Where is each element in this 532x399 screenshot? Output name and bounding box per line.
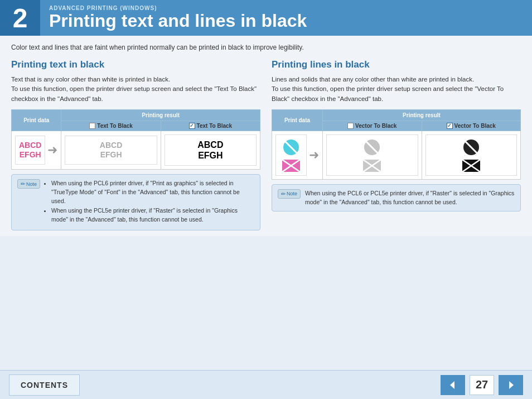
left-print-table: Print data Printing result Text To Black: [11, 109, 260, 170]
left-note-bullet-2: When using the PCL5e printer driver, if …: [51, 206, 254, 224]
print-data-efgh: EFGH: [19, 150, 41, 160]
text-to-black-unchecked-label: Text To Black: [65, 123, 157, 129]
gray-circle-shape: [363, 138, 381, 156]
vector-to-black-unchecked-label: Vector To Black: [326, 123, 418, 129]
result-unchecked-abcd: ABCD: [69, 141, 153, 150]
right-print-table: Print data Printing result Vector To Bla…: [272, 109, 521, 180]
right-note-icon: ✏ Note: [278, 189, 301, 199]
result-checked-abcd: ABCD: [168, 140, 253, 150]
right-table-col3-header: ✓ Vector To Black: [422, 121, 521, 131]
svg-marker-15: [450, 381, 454, 389]
left-note-text: When using the PCL6 printer driver, if "…: [45, 179, 254, 225]
right-table-print-data-header: Print data: [272, 109, 323, 131]
header-title: Printing text and lines in black: [49, 11, 307, 31]
left-table-print-data-cell: ABCD EFGH ➜: [12, 131, 61, 169]
right-table-col2-header: Vector To Black: [323, 121, 422, 131]
page-number: 27: [470, 375, 494, 395]
checkbox-checked-icon-2: ✓: [447, 123, 453, 129]
print-data-abcd: ABCD: [19, 141, 41, 150]
footer-navigation: 27: [441, 375, 523, 395]
vector-to-black-checked-label: ✓ Vector To Black: [425, 123, 518, 129]
right-table-checked-result-cell: [422, 131, 521, 179]
svg-marker-16: [509, 381, 514, 389]
gray-square-shape: [363, 160, 381, 172]
left-note-box: ✏ Note When using the PCL6 printer drive…: [11, 174, 260, 230]
black-square-shape: [462, 160, 480, 172]
prev-page-button[interactable]: [441, 375, 465, 395]
left-table-col3-header: ✓ Text To Black: [161, 121, 260, 131]
right-section-desc: Lines and solids that are any color othe…: [272, 75, 521, 104]
right-note-text: When using the PCL6 or PCL5e printer dri…: [305, 189, 515, 207]
left-table-unchecked-result-cell: ABCD EFGH: [61, 131, 161, 169]
right-note-box: ✏ Note When using the PCL6 or PCL5e prin…: [272, 184, 521, 212]
right-table-print-data-cell: ➜: [272, 131, 323, 179]
chapter-number: 2: [0, 0, 40, 36]
text-to-black-checked-label: ✓ Text To Black: [165, 123, 257, 129]
two-column-layout: Printing text in black Text that is any …: [11, 59, 521, 230]
right-table-unchecked-result-cell: [323, 131, 422, 179]
main-content: Color text and lines that are faint when…: [0, 36, 532, 236]
page-header: 2 ADVANCED PRINTING (WINDOWS) Printing t…: [0, 0, 532, 36]
left-table-printing-result-header: Printing result: [61, 109, 260, 121]
left-note-bullet-1: When using the PCL6 printer driver, if "…: [51, 179, 254, 205]
next-page-button[interactable]: [499, 375, 523, 395]
pencil-icon: ✏: [21, 181, 25, 187]
next-arrow-icon: [506, 380, 516, 390]
intro-text: Color text and lines that are faint when…: [11, 44, 521, 51]
left-table-checked-result-cell: ABCD EFGH: [161, 131, 260, 169]
arrow-icon: ➜: [47, 143, 57, 157]
result-checked-efgh: EFGH: [168, 150, 253, 161]
left-note-icon: ✏ Note: [17, 179, 40, 189]
contents-button[interactable]: CONTENTS: [9, 374, 80, 396]
arrow-icon-right: ➜: [309, 148, 319, 162]
right-column: Printing lines in black Lines and solids…: [272, 59, 521, 230]
checkbox-empty-icon: [89, 123, 95, 129]
left-table-print-data-header: Print data: [12, 109, 61, 131]
cyan-circle-shape: [282, 138, 300, 156]
prev-arrow-icon: [448, 380, 458, 390]
header-text: ADVANCED PRINTING (WINDOWS) Printing tex…: [40, 0, 316, 36]
result-unchecked-efgh: EFGH: [69, 150, 153, 160]
left-section-title: Printing text in black: [11, 59, 260, 70]
footer: CONTENTS 27: [0, 370, 532, 399]
checkbox-empty-icon-2: [347, 123, 354, 129]
pink-square-shape: [282, 160, 300, 172]
left-table-col2-header: Text To Black: [61, 121, 161, 131]
right-section-title: Printing lines in black: [272, 59, 521, 70]
left-section-desc: Text that is any color other than white …: [11, 75, 260, 104]
right-table-printing-result-header: Printing result: [323, 109, 521, 121]
left-column: Printing text in black Text that is any …: [11, 59, 260, 230]
black-circle-shape: [462, 138, 480, 156]
pencil-icon-right: ✏: [281, 191, 286, 197]
checkbox-checked-icon: ✓: [189, 123, 195, 129]
